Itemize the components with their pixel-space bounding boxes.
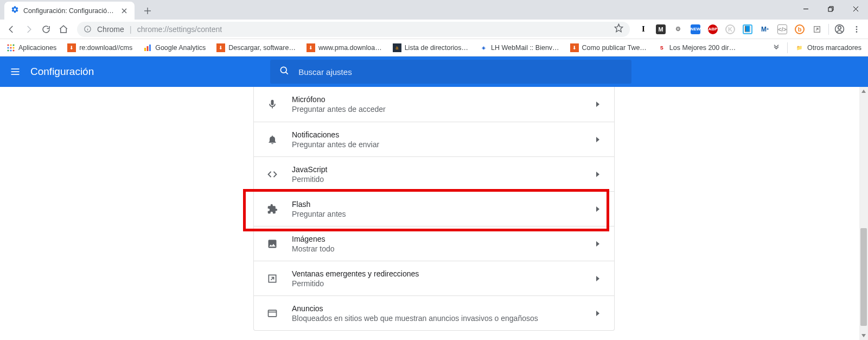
- ext-icon-gear[interactable]: ⚙: [673, 24, 683, 34]
- scrollbar[interactable]: [859, 87, 868, 340]
- bookmark-item-4[interactable]: aLista de directorios…: [388, 40, 473, 55]
- svg-point-18: [7, 44, 9, 46]
- ext-icon-m2[interactable]: M+: [760, 24, 770, 34]
- svg-marker-46: [861, 334, 866, 337]
- forward-button[interactable]: [21, 21, 37, 37]
- other-bookmarks-button[interactable]: 📁Otros marcadores: [791, 40, 866, 55]
- code-icon: [267, 169, 278, 180]
- bookmark-item-5[interactable]: ◈LH WebMail :: Bienv…: [475, 40, 564, 55]
- bookmark-item-0[interactable]: ⬇re:download//cms: [63, 40, 137, 55]
- scroll-up-arrow-icon[interactable]: [859, 87, 868, 96]
- row-title: Anuncios: [292, 304, 595, 313]
- bookmark-favicon: a: [393, 43, 401, 52]
- settings-header: Configuración Buscar ajustes: [0, 56, 868, 87]
- settings-row-images[interactable]: Imágenes Mostrar todo: [254, 226, 614, 261]
- bookmark-item-1[interactable]: Google Analytics: [139, 40, 210, 55]
- row-subtitle: Permitido: [292, 279, 595, 288]
- row-subtitle: Preguntar antes de acceder: [292, 105, 595, 114]
- svg-marker-45: [861, 90, 866, 93]
- ext-icon-circle[interactable]: b: [795, 24, 805, 34]
- bookmark-favicon: [143, 43, 152, 52]
- ext-icon-i[interactable]: I: [639, 24, 648, 34]
- svg-marker-44: [596, 311, 599, 316]
- new-tab-button[interactable]: [140, 3, 155, 18]
- close-tab-icon[interactable]: [120, 7, 128, 15]
- bookmark-label: re:download//cms: [79, 44, 132, 52]
- ext-icon-m[interactable]: M: [656, 24, 666, 34]
- bookmark-label: Como publicar Twe…: [582, 44, 647, 52]
- profile-button[interactable]: [831, 21, 847, 37]
- puzzle-piece-icon: [267, 204, 278, 215]
- svg-point-23: [12, 47, 14, 48]
- chevron-right-icon: [595, 101, 601, 108]
- star-icon[interactable]: [614, 23, 623, 35]
- svg-point-15: [856, 26, 858, 28]
- ext-icon-code[interactable]: </>: [777, 24, 787, 34]
- hamburger-menu-button[interactable]: [0, 56, 30, 87]
- row-subtitle: Mostrar todo: [292, 244, 595, 253]
- back-button[interactable]: [3, 21, 20, 37]
- row-subtitle: Permitido: [292, 175, 595, 184]
- settings-row-microphone[interactable]: Micrófono Preguntar antes de acceder: [254, 87, 614, 122]
- bookmark-item-7[interactable]: SLos Mejores 200 dir…: [653, 40, 740, 55]
- settings-row-popups[interactable]: Ventanas emergentes y redirecciones Perm…: [254, 261, 614, 295]
- settings-row-notifications[interactable]: Notificaciones Preguntar antes de enviar: [254, 122, 614, 156]
- bookmark-favicon: ⬇: [307, 43, 315, 52]
- gear-icon: [11, 5, 19, 16]
- bookmark-item-2[interactable]: ⬇Descargar, software…: [212, 40, 300, 55]
- settings-row-flash[interactable]: Flash Preguntar antes: [254, 191, 614, 226]
- content-settings-list: Micrófono Preguntar antes de acceder Not…: [253, 87, 615, 331]
- bookmark-label: Lista de directorios…: [405, 44, 468, 52]
- row-subtitle: Preguntar antes de enviar: [292, 140, 595, 149]
- ext-icon-new[interactable]: NEW: [691, 24, 700, 34]
- kebab-menu-button[interactable]: [848, 21, 865, 37]
- row-title: JavaScript: [292, 165, 595, 174]
- svg-point-22: [10, 47, 11, 48]
- omnibox[interactable]: Chrome | chrome://settings/content: [77, 22, 630, 37]
- svg-point-24: [7, 49, 9, 51]
- ext-icon-launch[interactable]: [812, 24, 822, 34]
- apps-button[interactable]: Aplicaciones: [2, 40, 61, 55]
- svg-rect-27: [144, 48, 146, 51]
- close-window-button[interactable]: [843, 0, 868, 17]
- scroll-down-arrow-icon[interactable]: [859, 331, 868, 340]
- apps-label: Aplicaciones: [18, 44, 56, 52]
- bookmark-item-3[interactable]: ⬇www.pma.downloa…: [302, 40, 386, 55]
- maximize-button[interactable]: [818, 0, 843, 17]
- settings-row-ads[interactable]: Anuncios Bloqueados en sitios web que mu…: [254, 295, 614, 330]
- row-title: Flash: [292, 200, 595, 209]
- svg-point-16: [856, 28, 858, 30]
- url-text: chrome://settings/content: [137, 25, 609, 34]
- browser-tab[interactable]: Configuración: Configuración de: [4, 2, 135, 20]
- chrome-info-icon: [84, 25, 92, 33]
- row-subtitle: Preguntar antes: [292, 210, 595, 218]
- svg-rect-29: [149, 45, 151, 51]
- content-settings-panel: Micrófono Preguntar antes de acceder Not…: [253, 87, 615, 340]
- reload-button[interactable]: [38, 21, 54, 37]
- svg-rect-5: [828, 8, 832, 11]
- bookmark-label: www.pma.downloa…: [318, 44, 382, 52]
- folder-icon: 📁: [795, 43, 804, 52]
- extensions-area: I M ⚙ NEW ABP K 📘 M+ </> b: [634, 24, 826, 34]
- settings-row-javascript[interactable]: JavaScript Permitido: [254, 156, 614, 191]
- bookmarks-overflow-button[interactable]: [769, 43, 784, 52]
- minimize-button[interactable]: [793, 0, 818, 17]
- svg-marker-41: [596, 276, 599, 281]
- ext-icon-dict[interactable]: 📘: [743, 24, 752, 34]
- image-icon: [267, 238, 278, 249]
- svg-line-34: [286, 72, 288, 74]
- settings-title: Configuración: [30, 66, 94, 78]
- ext-icon-k[interactable]: K: [725, 24, 735, 34]
- home-button[interactable]: [55, 21, 72, 37]
- search-settings-input[interactable]: Buscar ajustes: [270, 60, 631, 84]
- svg-marker-39: [596, 241, 599, 247]
- ext-icon-abp[interactable]: ABP: [708, 24, 718, 34]
- chevron-right-icon: [595, 241, 601, 247]
- tab-title: Configuración: Configuración de: [23, 7, 116, 15]
- bell-icon: [267, 134, 278, 145]
- scrollbar-thumb[interactable]: [860, 228, 867, 326]
- svg-point-20: [12, 44, 14, 46]
- apps-grid-icon: [7, 43, 15, 52]
- bookmark-item-6[interactable]: ⬇Como publicar Twe…: [566, 40, 651, 55]
- svg-point-19: [10, 44, 11, 46]
